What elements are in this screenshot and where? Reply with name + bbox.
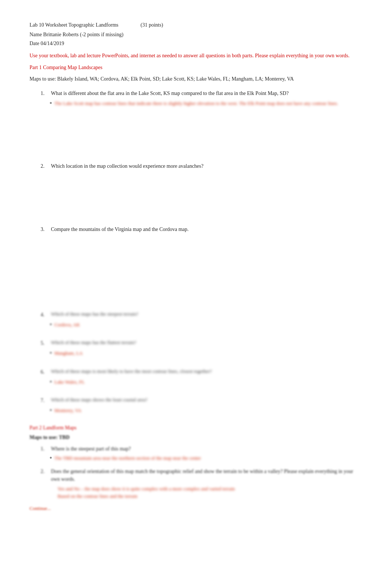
question-5-block: 5. Which of these maps has the flattest … — [41, 339, 362, 357]
part2-q1-block: 1. Where is the steepest part of this ma… — [41, 445, 362, 462]
q5-answer-text: Mangham, LA — [54, 350, 83, 357]
p2q1-body: Where is the steepest part of this map? — [51, 445, 131, 453]
p2q2-sub1: Yes and No – the map does show it is qui… — [58, 485, 362, 493]
part2-q2-text: 2. Does the general orientation of this … — [41, 467, 362, 483]
q4-num: 4. — [41, 311, 48, 319]
part2-title: Part 2 Landform Maps — [30, 425, 362, 431]
header-section: Lab 10 Worksheet Topographic Landforms (… — [30, 22, 362, 28]
p2q2-num: 2. — [41, 467, 48, 483]
question-6-text: 6. Which of these maps is most likely to… — [41, 368, 362, 376]
question-5-text: 5. Which of these maps has the flattest … — [41, 339, 362, 347]
date-text: Date 04/14/2019 — [30, 41, 64, 46]
q6-bullet: ● — [49, 379, 52, 384]
q1-answer-text: The Lake Scott map has contour lines tha… — [54, 100, 338, 107]
instructions-text: Use your textbook, lab and lecture Power… — [30, 52, 362, 59]
q7-num: 7. — [41, 397, 48, 404]
q7-answer: ● Monterey, VA — [49, 407, 362, 414]
q2-num: 2. — [41, 162, 48, 170]
q5-body: Which of these maps has the flattest ter… — [51, 339, 136, 347]
q7-body: Which of these maps shows the least coas… — [51, 397, 147, 404]
question-6-block: 6. Which of these maps is most likely to… — [41, 368, 362, 385]
q3-body: Compare the mountains of the Virginia ma… — [51, 225, 189, 233]
q4-answer: ● Cordova, AK — [49, 321, 362, 328]
q6-answer-text: Lake Wales, FL — [54, 379, 85, 385]
part2-maps-line: Maps to use: TBD — [30, 435, 362, 440]
footer-text: Continue... — [30, 506, 51, 511]
q5-bullet: ● — [49, 350, 52, 355]
part2-maps-text: Maps to use: TBD — [30, 435, 69, 440]
question-2-block: 2. Which location in the map collection … — [41, 162, 362, 170]
part2-q2-block: 2. Does the general orientation of this … — [41, 467, 362, 500]
q4-body: Which of these maps has the steepest ter… — [51, 311, 138, 319]
question-3-block: 3. Compare the mountains of the Virginia… — [41, 225, 362, 233]
name-line: Name Brittanie Roberts (-2 points if mis… — [30, 32, 362, 38]
q1-body: What is different about the flat area in… — [51, 89, 289, 97]
maps-list: Maps to use: Blakely Island, WA; Cordova… — [30, 75, 362, 83]
q4-answer-text: Cordova, AK — [54, 321, 80, 328]
part2-q1-text: 1. Where is the steepest part of this ma… — [41, 445, 362, 453]
part1-title: Part 1 Comparing Map Landscapes — [30, 65, 362, 71]
q7-bullet: ● — [49, 407, 52, 413]
p2q2-sub2: Based on the contour lines and the terra… — [58, 493, 362, 500]
question-4-text: 4. Which of these maps has the steepest … — [41, 311, 362, 319]
p2q1-answer-text: The TBD mountain area near the northern … — [54, 455, 201, 462]
q1-bullet: ● — [49, 100, 52, 106]
q7-answer-text: Monterey, VA — [54, 407, 81, 414]
question-1-text: 1. What is different about the flat area… — [41, 89, 362, 97]
date-line: Date 04/14/2019 — [30, 41, 362, 47]
q5-num: 5. — [41, 339, 48, 347]
worksheet-title: Lab 10 Worksheet Topographic Landforms — [30, 22, 118, 28]
q4-bullet: ● — [49, 321, 52, 327]
points-label: (31 points) — [141, 22, 163, 28]
p2q2-body: Does the general orientation of this map… — [51, 467, 362, 483]
question-4-block: 4. Which of these maps has the steepest … — [41, 311, 362, 328]
name-text: Name Brittanie Roberts (-2 points if mis… — [30, 32, 123, 37]
question-1-block: 1. What is different about the flat area… — [41, 89, 362, 107]
q3-num: 3. — [41, 225, 48, 233]
question-2-text: 2. Which location in the map collection … — [41, 162, 362, 170]
question-3-text: 3. Compare the mountains of the Virginia… — [41, 225, 362, 233]
q6-body: Which of these maps is most likely to ha… — [51, 368, 212, 376]
q6-answer: ● Lake Wales, FL — [49, 379, 362, 385]
q2-body: Which location in the map collection wou… — [51, 162, 203, 170]
p2q1-bullet: ● — [49, 455, 52, 462]
p2q1-num: 1. — [41, 445, 48, 453]
part2-section: Part 2 Landform Maps Maps to use: TBD 1.… — [30, 425, 362, 500]
q5-answer: ● Mangham, LA — [49, 350, 362, 357]
question-7-text: 7. Which of these maps shows the least c… — [41, 397, 362, 404]
footer-label: Continue... — [30, 506, 362, 511]
q6-num: 6. — [41, 368, 48, 376]
question-7-block: 7. Which of these maps shows the least c… — [41, 397, 362, 414]
q1-answer: ● The Lake Scott map has contour lines t… — [49, 100, 362, 107]
p2q1-answer: ● The TBD mountain area near the norther… — [49, 455, 362, 462]
q1-num: 1. — [41, 89, 48, 97]
